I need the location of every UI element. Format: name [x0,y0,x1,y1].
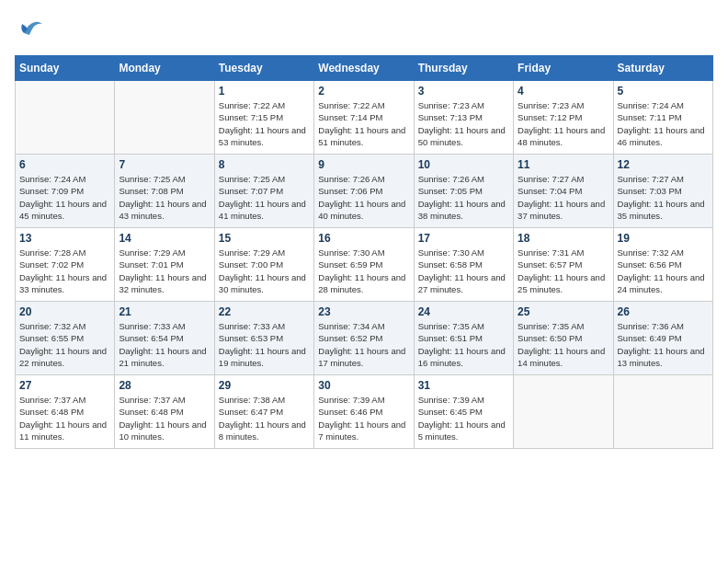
day-number: 20 [19,305,110,318]
day-cell: 28Sunrise: 7:37 AM Sunset: 6:48 PM Dayli… [115,375,214,449]
day-cell: 17Sunrise: 7:30 AM Sunset: 6:58 PM Dayli… [414,228,513,302]
day-info: Sunrise: 7:35 AM Sunset: 6:51 PM Dayligh… [418,320,509,369]
day-number: 1 [219,85,310,98]
logo [15,15,50,48]
header-cell-wednesday: Wednesday [314,56,414,81]
calendar-table: SundayMondayTuesdayWednesdayThursdayFrid… [15,55,713,449]
day-cell: 25Sunrise: 7:35 AM Sunset: 6:50 PM Dayli… [514,302,613,375]
day-info: Sunrise: 7:27 AM Sunset: 7:03 PM Dayligh… [618,173,709,222]
day-info: Sunrise: 7:30 AM Sunset: 6:58 PM Dayligh… [418,247,509,295]
day-cell: 26Sunrise: 7:36 AM Sunset: 6:49 PM Dayli… [613,302,712,375]
day-number: 17 [418,232,509,245]
logo-icon [15,15,48,48]
header-cell-tuesday: Tuesday [214,56,313,81]
header-cell-friday: Friday [514,56,613,81]
week-row-2: 6Sunrise: 7:24 AM Sunset: 7:09 PM Daylig… [16,155,713,228]
day-cell: 2Sunrise: 7:22 AM Sunset: 7:14 PM Daylig… [314,81,414,155]
day-number: 13 [19,232,110,245]
day-info: Sunrise: 7:37 AM Sunset: 6:48 PM Dayligh… [119,394,210,442]
day-cell: 20Sunrise: 7:32 AM Sunset: 6:55 PM Dayli… [16,302,115,375]
day-cell: 3Sunrise: 7:23 AM Sunset: 7:13 PM Daylig… [414,81,513,155]
day-cell: 14Sunrise: 7:29 AM Sunset: 7:01 PM Dayli… [115,228,214,302]
day-info: Sunrise: 7:33 AM Sunset: 6:54 PM Dayligh… [119,320,210,369]
day-number: 31 [418,379,509,392]
day-info: Sunrise: 7:32 AM Sunset: 6:55 PM Dayligh… [19,320,110,369]
day-cell: 29Sunrise: 7:38 AM Sunset: 6:47 PM Dayli… [214,375,313,449]
day-info: Sunrise: 7:26 AM Sunset: 7:05 PM Dayligh… [418,173,509,222]
day-number: 28 [119,379,210,392]
day-cell: 23Sunrise: 7:34 AM Sunset: 6:52 PM Dayli… [314,302,414,375]
day-info: Sunrise: 7:22 AM Sunset: 7:14 PM Dayligh… [318,99,409,148]
day-info: Sunrise: 7:26 AM Sunset: 7:06 PM Dayligh… [318,173,409,222]
day-number: 14 [119,232,210,245]
day-cell: 27Sunrise: 7:37 AM Sunset: 6:48 PM Dayli… [16,375,115,449]
day-info: Sunrise: 7:29 AM Sunset: 7:00 PM Dayligh… [219,247,310,295]
day-cell [16,81,115,155]
day-number: 11 [518,158,609,171]
day-cell: 5Sunrise: 7:24 AM Sunset: 7:11 PM Daylig… [613,81,712,155]
day-info: Sunrise: 7:28 AM Sunset: 7:02 PM Dayligh… [19,247,110,295]
day-info: Sunrise: 7:22 AM Sunset: 7:15 PM Dayligh… [219,99,310,148]
day-number: 4 [518,85,609,98]
day-cell: 7Sunrise: 7:25 AM Sunset: 7:08 PM Daylig… [115,155,214,228]
day-info: Sunrise: 7:30 AM Sunset: 6:59 PM Dayligh… [318,247,409,295]
day-number: 16 [318,232,409,245]
day-cell [115,81,214,155]
day-info: Sunrise: 7:23 AM Sunset: 7:12 PM Dayligh… [518,99,609,148]
day-cell: 6Sunrise: 7:24 AM Sunset: 7:09 PM Daylig… [16,155,115,228]
day-number: 23 [318,305,409,318]
day-info: Sunrise: 7:32 AM Sunset: 6:56 PM Dayligh… [618,247,709,295]
day-cell: 18Sunrise: 7:31 AM Sunset: 6:57 PM Dayli… [514,228,613,302]
day-info: Sunrise: 7:37 AM Sunset: 6:48 PM Dayligh… [19,394,110,442]
day-number: 26 [618,305,709,318]
day-info: Sunrise: 7:24 AM Sunset: 7:09 PM Dayligh… [19,173,110,222]
week-row-3: 13Sunrise: 7:28 AM Sunset: 7:02 PM Dayli… [16,228,713,302]
calendar-header: SundayMondayTuesdayWednesdayThursdayFrid… [16,56,713,81]
day-info: Sunrise: 7:33 AM Sunset: 6:53 PM Dayligh… [219,320,310,369]
day-cell: 11Sunrise: 7:27 AM Sunset: 7:04 PM Dayli… [514,155,613,228]
day-cell: 4Sunrise: 7:23 AM Sunset: 7:12 PM Daylig… [514,81,613,155]
week-row-5: 27Sunrise: 7:37 AM Sunset: 6:48 PM Dayli… [16,375,713,449]
calendar-body: 1Sunrise: 7:22 AM Sunset: 7:15 PM Daylig… [16,81,713,449]
day-number: 24 [418,305,509,318]
day-cell: 16Sunrise: 7:30 AM Sunset: 6:59 PM Dayli… [314,228,414,302]
header-row: SundayMondayTuesdayWednesdayThursdayFrid… [16,56,713,81]
day-cell: 13Sunrise: 7:28 AM Sunset: 7:02 PM Dayli… [16,228,115,302]
day-cell [514,375,613,449]
day-number: 5 [618,85,709,98]
day-number: 30 [318,379,409,392]
day-cell: 22Sunrise: 7:33 AM Sunset: 6:53 PM Dayli… [214,302,313,375]
day-info: Sunrise: 7:23 AM Sunset: 7:13 PM Dayligh… [418,99,509,148]
day-cell: 31Sunrise: 7:39 AM Sunset: 6:45 PM Dayli… [414,375,513,449]
day-number: 7 [119,158,210,171]
day-cell [613,375,712,449]
day-number: 18 [518,232,609,245]
day-info: Sunrise: 7:25 AM Sunset: 7:07 PM Dayligh… [219,173,310,222]
header-cell-thursday: Thursday [414,56,513,81]
page-header [15,15,713,48]
day-cell: 9Sunrise: 7:26 AM Sunset: 7:06 PM Daylig… [314,155,414,228]
day-info: Sunrise: 7:36 AM Sunset: 6:49 PM Dayligh… [618,320,709,369]
day-info: Sunrise: 7:34 AM Sunset: 6:52 PM Dayligh… [318,320,409,369]
day-info: Sunrise: 7:29 AM Sunset: 7:01 PM Dayligh… [119,247,210,295]
day-number: 3 [418,85,509,98]
day-number: 10 [418,158,509,171]
day-cell: 8Sunrise: 7:25 AM Sunset: 7:07 PM Daylig… [214,155,313,228]
day-info: Sunrise: 7:39 AM Sunset: 6:46 PM Dayligh… [318,394,409,442]
day-info: Sunrise: 7:35 AM Sunset: 6:50 PM Dayligh… [518,320,609,369]
day-info: Sunrise: 7:24 AM Sunset: 7:11 PM Dayligh… [618,99,709,148]
day-cell: 1Sunrise: 7:22 AM Sunset: 7:15 PM Daylig… [214,81,313,155]
day-info: Sunrise: 7:27 AM Sunset: 7:04 PM Dayligh… [518,173,609,222]
day-cell: 12Sunrise: 7:27 AM Sunset: 7:03 PM Dayli… [613,155,712,228]
day-number: 19 [618,232,709,245]
day-info: Sunrise: 7:25 AM Sunset: 7:08 PM Dayligh… [119,173,210,222]
header-cell-saturday: Saturday [613,56,712,81]
day-number: 8 [219,158,310,171]
week-row-1: 1Sunrise: 7:22 AM Sunset: 7:15 PM Daylig… [16,81,713,155]
header-cell-sunday: Sunday [16,56,115,81]
day-number: 21 [119,305,210,318]
week-row-4: 20Sunrise: 7:32 AM Sunset: 6:55 PM Dayli… [16,302,713,375]
day-cell: 15Sunrise: 7:29 AM Sunset: 7:00 PM Dayli… [214,228,313,302]
day-number: 27 [19,379,110,392]
day-number: 29 [219,379,310,392]
